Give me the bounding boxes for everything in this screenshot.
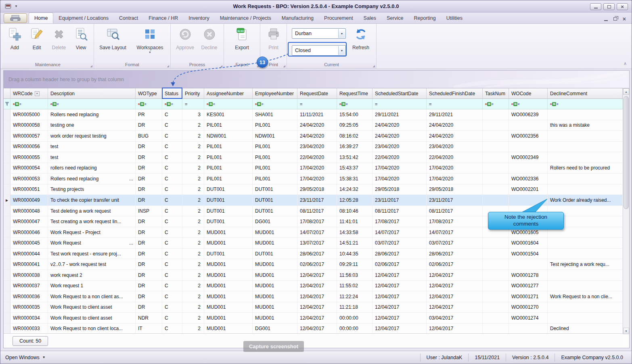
cell-assigneenumber[interactable]: PIL001: [204, 174, 253, 184]
cell-status[interactable]: C: [162, 216, 182, 227]
cell-requesttime[interactable]: 14:24:32: [337, 184, 373, 195]
filter-cell-employeenumber[interactable]: aBc: [253, 99, 297, 109]
cell-scheduledfinishdate[interactable]: 12/04/2017: [427, 270, 483, 280]
cell-status[interactable]: C: [162, 206, 182, 216]
cell-wrcode[interactable]: WR0000045: [10, 238, 48, 248]
cell-status[interactable]: C: [162, 249, 182, 259]
cell-wrcode[interactable]: WR0000049: [10, 195, 48, 205]
scrollbar-thumb[interactable]: [624, 96, 629, 209]
column-header-scheduledfinishdate[interactable]: ScheduledFinishDate: [427, 88, 483, 99]
cell-status[interactable]: C: [162, 324, 182, 334]
export-button[interactable]: XLSX Export: [230, 25, 255, 60]
cell-tasknum[interactable]: [483, 291, 509, 302]
cell-description[interactable]: Test work request - ensure proj...: [48, 249, 136, 259]
dialog-launcher-icon[interactable]: ◢: [167, 65, 169, 67]
cell-description[interactable]: Rollers need replacing: [48, 109, 136, 120]
cell-requestdate[interactable]: 08/11/2017: [297, 206, 337, 216]
cell-requesttime[interactable]: 15:43:37: [337, 163, 373, 174]
cell-priority[interactable]: 2: [182, 259, 204, 270]
cell-scheduledstartdate[interactable]: 29/05/2018: [373, 184, 427, 195]
tab-finance-hr[interactable]: Finance / HR: [143, 13, 183, 23]
cell-assigneenumber[interactable]: MUD001: [204, 259, 253, 270]
table-row[interactable]: WR0000037Work request 1DRC2MUD001MUD0011…: [4, 281, 623, 292]
filter-cell-status[interactable]: aBc: [162, 99, 182, 109]
cell-assigneenumber[interactable]: MUD001: [204, 238, 253, 248]
cell-priority[interactable]: 2: [182, 174, 204, 184]
cell-requestdate[interactable]: 23/04/2020: [297, 142, 337, 152]
cell-declinecomment[interactable]: [548, 249, 623, 259]
dialog-launcher-icon[interactable]: ◢: [283, 65, 285, 67]
table-row[interactable]: ▶WR0000049To check the copier transfer u…: [4, 195, 623, 206]
cell-priority[interactable]: 2: [182, 142, 204, 152]
cell-wrcode[interactable]: WR0000046: [10, 227, 48, 238]
cell-declinecomment[interactable]: this was a mistake: [548, 120, 623, 131]
open-windows-menu[interactable]: Open Windows ▼: [0, 355, 46, 360]
vertical-scrollbar[interactable]: ▲ ▼: [623, 88, 629, 334]
tab-procurement[interactable]: Procurement: [319, 13, 358, 23]
column-header-scheduledstartdate[interactable]: ScheduledStartDate: [373, 88, 427, 99]
cell-priority[interactable]: 2: [182, 238, 204, 248]
cell-scheduledstartdate[interactable]: 12/04/2017: [373, 291, 427, 302]
table-row[interactable]: WR0000051Testing projectsDRC2DUT001DUT00…: [4, 184, 623, 195]
cell-scheduledstartdate[interactable]: 12/04/2017: [373, 270, 427, 280]
cell-wrcode[interactable]: WR0000034: [10, 313, 48, 323]
column-header-status[interactable]: Status: [162, 88, 182, 99]
cell-description[interactable]: Work Request to client asset: [48, 302, 136, 313]
cell-priority[interactable]: 2: [182, 227, 204, 238]
refresh-button[interactable]: Refresh: [348, 25, 373, 60]
cell-assigneenumber[interactable]: PIL001: [204, 152, 253, 163]
table-row[interactable]: WR0000054rollers need replacingDRC2PIL00…: [4, 163, 623, 174]
application-menu-button[interactable]: [4, 13, 27, 23]
site-combobox[interactable]: Durban ▼: [292, 28, 346, 39]
cell-declinecomment[interactable]: [548, 281, 623, 291]
cell-priority[interactable]: 2: [182, 195, 204, 205]
table-row[interactable]: WR0000055testDRC2PIL001PIL00122/04/20201…: [4, 152, 623, 163]
cell-description[interactable]: test: [48, 142, 136, 152]
cell-requesttime[interactable]: 14:51:21: [337, 238, 373, 248]
cell-tasknum[interactable]: [483, 174, 509, 184]
cell-declinecomment[interactable]: Declined: [548, 324, 623, 334]
cell-wocode[interactable]: WO0001271: [509, 291, 548, 302]
group-by-panel[interactable]: Drag a column header here to group by th…: [3, 70, 630, 88]
cell-employeenumber[interactable]: PIL001: [253, 120, 297, 131]
cell-status[interactable]: C: [162, 270, 182, 280]
cell-description[interactable]: To check the copier transfer unit: [48, 195, 136, 205]
table-row[interactable]: WR0005000Rollers need replacingPRC3KES00…: [4, 109, 623, 120]
cell-scheduledfinishdate[interactable]: 02/06/2017: [427, 259, 483, 270]
cell-wotype[interactable]: DR: [136, 163, 162, 174]
cell-wrcode[interactable]: WR0000047: [10, 216, 48, 227]
cell-scheduledfinishdate[interactable]: 29/11/2021: [427, 109, 483, 120]
cell-wotype[interactable]: NDR: [136, 313, 162, 323]
cell-requestdate[interactable]: 12/04/2017: [297, 281, 337, 291]
cell-assigneenumber[interactable]: MUD001: [204, 324, 253, 334]
table-row[interactable]: WR0000035Work Request to client assetDRC…: [4, 302, 623, 313]
tab-manufacturing[interactable]: Manufacturing: [276, 13, 319, 23]
column-header-priority[interactable]: Priority: [182, 88, 204, 99]
cell-requesttime[interactable]: 00:00:00: [337, 324, 373, 334]
cell-scheduledfinishdate[interactable]: 17/08/2017: [427, 216, 483, 227]
cell-priority[interactable]: 2: [182, 324, 204, 334]
cell-scheduledfinishdate[interactable]: 03/07/2017: [427, 238, 483, 248]
cell-wocode[interactable]: [509, 163, 548, 174]
cell-requestdate[interactable]: 12/04/2017: [297, 313, 337, 323]
cell-scheduledfinishdate[interactable]: 17/04/2020: [427, 174, 483, 184]
cell-requestdate[interactable]: 24/04/2020: [297, 120, 337, 131]
cell-wrcode[interactable]: WR0000041: [10, 259, 48, 270]
filter-cell-priority[interactable]: =: [182, 99, 204, 109]
cell-scheduledfinishdate[interactable]: 17/04/2020: [427, 163, 483, 174]
app-icon[interactable]: [4, 3, 13, 10]
cell-assigneenumber[interactable]: NDW001: [204, 131, 253, 141]
cell-tasknum[interactable]: [483, 238, 509, 248]
cell-description[interactable]: test: [48, 152, 136, 163]
cell-scheduledstartdate[interactable]: 12/04/2017: [373, 313, 427, 323]
table-row[interactable]: WR0000058testing oneDRC2PIL001PIL00124/0…: [4, 120, 623, 131]
cell-description[interactable]: Test creating a work request lin...: [48, 216, 136, 227]
cell-description[interactable]: testing one: [48, 120, 136, 131]
cell-priority[interactable]: 2: [182, 206, 204, 216]
minimize-button[interactable]: [590, 3, 601, 10]
cell-description[interactable]: Work Request to client asset: [48, 313, 136, 323]
cell-scheduledfinishdate[interactable]: 08/11/2017: [427, 206, 483, 216]
cell-requesttime[interactable]: 15:38:31: [337, 174, 373, 184]
cell-wotype[interactable]: DR: [136, 216, 162, 227]
filter-cell-wrcode[interactable]: aBc: [10, 99, 48, 109]
